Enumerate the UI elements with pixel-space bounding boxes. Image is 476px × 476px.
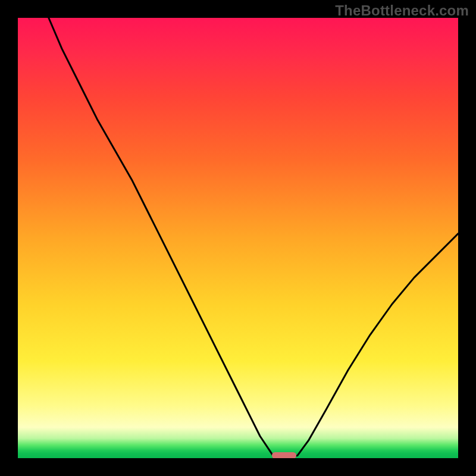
optimal-point-marker xyxy=(272,452,296,458)
curve-path xyxy=(49,18,458,457)
watermark-label: TheBottleneck.com xyxy=(335,2,469,19)
chart-frame: TheBottleneck.com xyxy=(0,0,476,476)
plot-area xyxy=(18,18,458,458)
bottleneck-curve xyxy=(18,18,458,458)
